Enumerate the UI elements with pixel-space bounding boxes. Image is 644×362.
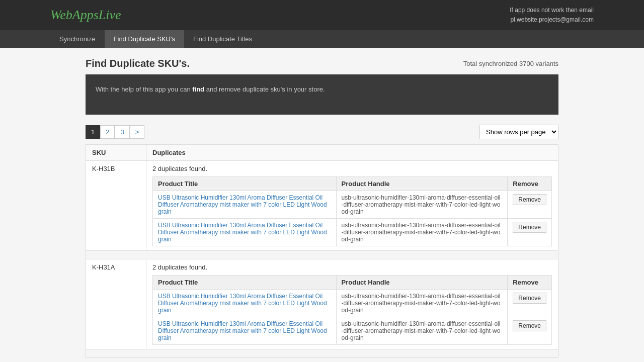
nav-bar: Synchronize Find Duplicate SKU's Find Du… <box>0 30 644 48</box>
inner-table: Product TitleProduct HandleRemoveUSB Ult… <box>152 275 552 345</box>
remove-cell: Remove <box>508 191 552 219</box>
rows-per-page-dropdown[interactable]: Show rows per page 10 25 50 100 <box>479 125 558 139</box>
header-contact: If app does not work then email pl.websi… <box>510 6 594 25</box>
inner-col-handle: Product Handle <box>336 177 508 191</box>
contact-line1: If app does not work then email <box>510 6 594 15</box>
col-sku: SKU <box>86 145 146 161</box>
main-content: Find Duplicate SKU's. Total synchronized… <box>75 58 569 358</box>
product-handle-cell: usb-ultrasonic-humidifier-130ml-aroma-di… <box>336 191 508 219</box>
remove-button[interactable]: Remove <box>513 194 546 205</box>
inner-col-title: Product Title <box>153 177 337 191</box>
product-title-link[interactable]: USB Ultrasonic Humidifier 130ml Aroma Di… <box>158 222 327 243</box>
remove-button[interactable]: Remove <box>513 293 546 304</box>
nav-find-duplicate-skus[interactable]: Find Duplicate SKU's <box>105 30 184 48</box>
duplicates-cell: 2 duplicates found.Product TitleProduct … <box>146 161 558 251</box>
table-row: K-H31A2 duplicates found.Product TitlePr… <box>86 259 558 349</box>
product-title-cell: USB Ultrasonic Humidifier 130ml Aroma Di… <box>153 219 337 246</box>
sku-cell: K-H31B <box>86 161 146 251</box>
inner-table: Product TitleProduct HandleRemoveUSB Ult… <box>152 176 552 246</box>
product-title-link[interactable]: USB Ultrasonic Humidifier 130ml Aroma Di… <box>158 194 327 215</box>
nav-find-duplicate-titles[interactable]: Find Duplicate Titles <box>184 30 261 48</box>
contact-line2: pl.website.projects@gmail.com <box>510 15 594 25</box>
product-title-link[interactable]: USB Ultrasonic Humidifier 130ml Aroma Di… <box>158 320 327 341</box>
remove-cell: Remove <box>508 317 552 345</box>
logo-text: WebAppsLive <box>50 8 121 22</box>
inner-table-row: USB Ultrasonic Humidifier 130ml Aroma Di… <box>153 317 552 345</box>
product-handle-cell: usb-ultrasonic-humidifier-130ml-aroma-di… <box>336 317 508 345</box>
nav-synchronize[interactable]: Synchronize <box>50 30 105 48</box>
inner-col-remove: Remove <box>508 276 552 290</box>
info-text-prefix: With the help of this app you can <box>96 85 192 93</box>
table-row: K-H31B2 duplicates found.Product TitlePr… <box>86 161 558 251</box>
inner-col-remove: Remove <box>508 177 552 191</box>
section-gap-row <box>86 251 558 259</box>
page-header: Find Duplicate SKU's. Total synchronized… <box>86 58 558 69</box>
page-btn-next[interactable]: > <box>130 125 145 139</box>
total-synced: Total synchronized 3700 variants <box>463 60 558 67</box>
app-logo: WebAppsLive <box>50 8 121 23</box>
pagination-row: 1 2 3 > Show rows per page 10 25 50 100 <box>86 125 558 139</box>
info-text-suffix: and remove duplicate sku's in your store… <box>204 85 325 93</box>
product-title-cell: USB Ultrasonic Humidifier 130ml Aroma Di… <box>153 317 337 345</box>
info-text-find: find <box>192 85 204 93</box>
logo-accent: Live <box>99 8 121 22</box>
inner-table-row: USB Ultrasonic Humidifier 130ml Aroma Di… <box>153 191 552 219</box>
show-rows-select: Show rows per page 10 25 50 100 <box>479 125 558 139</box>
inner-col-title: Product Title <box>153 276 337 290</box>
inner-table-row: USB Ultrasonic Humidifier 130ml Aroma Di… <box>153 219 552 246</box>
page-btn-2[interactable]: 2 <box>100 125 115 139</box>
page-btn-1[interactable]: 1 <box>86 125 100 139</box>
remove-button[interactable]: Remove <box>513 222 546 233</box>
product-title-cell: USB Ultrasonic Humidifier 130ml Aroma Di… <box>153 290 337 317</box>
page-title: Find Duplicate SKU's. <box>86 58 190 69</box>
inner-col-handle: Product Handle <box>336 276 508 290</box>
remove-cell: Remove <box>508 219 552 246</box>
main-table: SKU Duplicates K-H31B2 duplicates found.… <box>86 144 558 358</box>
product-title-cell: USB Ultrasonic Humidifier 130ml Aroma Di… <box>153 191 337 219</box>
product-title-link[interactable]: USB Ultrasonic Humidifier 130ml Aroma Di… <box>158 293 327 314</box>
duplicates-count: 2 duplicates found. <box>152 263 552 271</box>
col-duplicates: Duplicates <box>146 145 558 161</box>
sku-cell: K-H31A <box>86 259 146 349</box>
app-header: WebAppsLive If app does not work then em… <box>0 0 644 30</box>
duplicates-cell: 2 duplicates found.Product TitleProduct … <box>146 259 558 349</box>
inner-table-row: USB Ultrasonic Humidifier 130ml Aroma Di… <box>153 290 552 317</box>
page-btn-3[interactable]: 3 <box>115 125 129 139</box>
info-box: With the help of this app you can find a… <box>86 74 558 115</box>
section-gap-row <box>86 349 558 358</box>
remove-button[interactable]: Remove <box>513 320 546 331</box>
product-handle-cell: usb-ultrasonic-humidifier-130ml-aroma-di… <box>336 290 508 317</box>
remove-cell: Remove <box>508 290 552 317</box>
product-handle-cell: usb-ultrasonic-humidifier-130ml-aroma-di… <box>336 219 508 246</box>
duplicates-count: 2 duplicates found. <box>152 165 552 172</box>
pagination: 1 2 3 > <box>86 125 144 139</box>
